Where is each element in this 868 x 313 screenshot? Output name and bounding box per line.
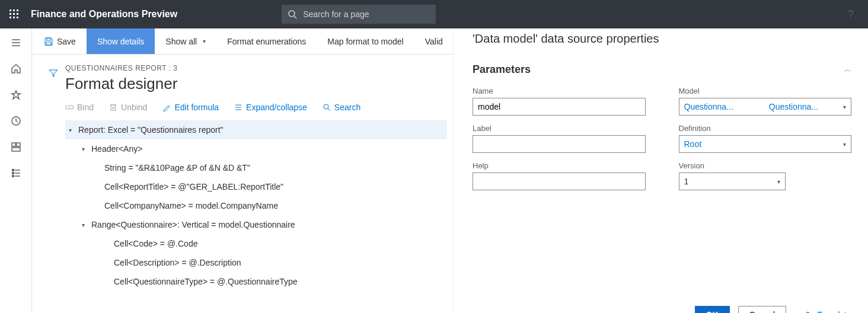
- tree-expand-icon[interactable]: ▾: [69, 127, 78, 133]
- tree-node-label: Range<Questionnaire>: Vertical = model.Q…: [91, 220, 295, 229]
- label-input[interactable]: [473, 135, 646, 153]
- bind-action[interactable]: Bind: [65, 103, 94, 112]
- svg-rect-27: [47, 38, 50, 40]
- breadcrumb: QUESTIONNAIRES REPORT : 3: [65, 57, 447, 72]
- svg-rect-8: [17, 17, 18, 18]
- svg-point-22: [12, 173, 14, 174]
- chevron-down-icon: ▾: [777, 178, 780, 185]
- tree-node-label: String = "&R&10Page &P of &N &D &T": [104, 163, 250, 173]
- model-label: Model: [679, 87, 852, 95]
- save-button[interactable]: Save: [33, 28, 87, 54]
- svg-line-36: [328, 108, 330, 111]
- chevron-down-icon: ▾: [203, 38, 206, 44]
- unbind-action[interactable]: Unbind: [109, 103, 147, 112]
- tree-node-label: Cell<QuestionnaireType> = @.Questionnair…: [114, 277, 298, 286]
- version-select[interactable]: 1 ▾: [679, 173, 786, 190]
- ok-button[interactable]: OK: [695, 306, 730, 313]
- search-action[interactable]: Search: [323, 103, 360, 112]
- svg-point-35: [324, 104, 328, 109]
- tree-row[interactable]: ▸String = "&R&10Page &P of &N &D &T": [65, 158, 447, 177]
- svg-rect-28: [111, 105, 116, 110]
- svg-rect-26: [46, 42, 51, 45]
- svg-line-16: [16, 121, 18, 122]
- filter-icon[interactable]: [42, 69, 65, 80]
- svg-rect-17: [12, 143, 15, 146]
- svg-point-9: [289, 11, 295, 17]
- app-title: Finance and Operations Preview: [28, 9, 187, 20]
- edit-formula-action[interactable]: Edit formula: [162, 103, 219, 112]
- tree-row[interactable]: ▾Report: Excel = "Questionnaires report": [65, 120, 447, 139]
- nav-hamburger[interactable]: [10, 37, 22, 49]
- section-title: Parameters: [473, 63, 531, 76]
- svg-rect-2: [17, 9, 18, 11]
- properties-panel: 'Data model' data source properties Para…: [453, 32, 868, 313]
- help-input[interactable]: [473, 173, 646, 190]
- tree-node-label: Cell<ReportTitle> = @"GER_LABEL:ReportTi…: [104, 182, 283, 191]
- model-select[interactable]: Questionna... Questionna... ▾: [679, 98, 852, 116]
- nav-workspaces[interactable]: [10, 141, 22, 153]
- name-input[interactable]: [473, 98, 646, 116]
- show-details-button[interactable]: Show details: [87, 28, 155, 54]
- name-label: Name: [473, 87, 646, 95]
- tree-node-label: Header<Any>: [91, 144, 142, 154]
- svg-line-10: [294, 16, 296, 18]
- svg-rect-3: [9, 13, 11, 15]
- svg-rect-0: [9, 9, 11, 11]
- tree-row[interactable]: ▸Cell<ReportTitle> = @"GER_LABEL:ReportT…: [65, 177, 447, 196]
- chevron-down-icon: ▾: [843, 104, 846, 110]
- nav-modules[interactable]: [10, 167, 22, 179]
- page-title: Format designer: [65, 75, 447, 93]
- map-format-button[interactable]: Map format to model: [317, 28, 414, 54]
- svg-point-20: [12, 170, 14, 171]
- svg-rect-5: [17, 13, 18, 15]
- svg-rect-7: [13, 17, 15, 18]
- tree-row[interactable]: ▸Cell<Description> = @.Description: [65, 253, 447, 272]
- tree-node-label: Cell<CompanyName> = model.CompanyName: [104, 201, 278, 210]
- definition-label: Definition: [679, 124, 852, 133]
- svg-rect-6: [9, 17, 11, 18]
- validate-button[interactable]: Valid: [414, 28, 454, 54]
- nav-home[interactable]: [10, 63, 22, 75]
- nav-favorites[interactable]: [10, 89, 22, 101]
- svg-rect-4: [13, 13, 15, 15]
- definition-select[interactable]: Root ▾: [679, 135, 852, 153]
- nav-recent[interactable]: [10, 115, 22, 127]
- translate-link[interactable]: Translate: [805, 310, 851, 313]
- tree-node-label: Report: Excel = "Questionnaires report": [78, 125, 224, 135]
- help-label: Help: [473, 161, 646, 170]
- cancel-button[interactable]: Cancel: [738, 306, 787, 313]
- label-label: Label: [473, 124, 646, 133]
- search-icon: [288, 9, 297, 19]
- tree-row[interactable]: ▾Range<Questionnaire>: Vertical = model.…: [65, 215, 447, 234]
- tree-row[interactable]: ▸Cell<QuestionnaireType> = @.Questionnai…: [65, 272, 447, 291]
- save-label: Save: [57, 37, 76, 46]
- svg-rect-1: [13, 9, 15, 11]
- expand-collapse-action[interactable]: Expand/collapse: [234, 103, 307, 112]
- chevron-down-icon: ▾: [843, 141, 846, 148]
- panel-title: 'Data model' data source properties: [473, 32, 851, 46]
- format-enum-button[interactable]: Format enumerations: [216, 28, 317, 54]
- tree-expand-icon[interactable]: ▾: [82, 146, 91, 152]
- app-launcher[interactable]: [0, 0, 28, 28]
- help-icon[interactable]: ?: [848, 8, 854, 21]
- format-tree: ▾Report: Excel = "Questionnaires report"…: [65, 120, 447, 291]
- search-placeholder: Search for a page: [303, 9, 369, 19]
- global-search[interactable]: Search for a page: [282, 5, 436, 24]
- tree-row[interactable]: ▸Cell<CompanyName> = model.CompanyName: [65, 196, 447, 215]
- tree-node-label: Cell<Code> = @.Code: [114, 239, 197, 248]
- version-label: Version: [679, 161, 852, 170]
- tree-node-label: Cell<Description> = @.Description: [114, 258, 241, 267]
- show-all-button[interactable]: Show all▾: [155, 28, 216, 54]
- svg-rect-19: [12, 148, 20, 151]
- tree-row[interactable]: ▾Header<Any>: [65, 139, 447, 158]
- svg-rect-18: [17, 143, 20, 146]
- tree-expand-icon[interactable]: ▾: [82, 222, 91, 228]
- svg-point-24: [12, 175, 14, 177]
- tree-row[interactable]: ▸Cell<Code> = @.Code: [65, 234, 447, 253]
- collapse-section-icon[interactable]: ︿: [844, 65, 851, 75]
